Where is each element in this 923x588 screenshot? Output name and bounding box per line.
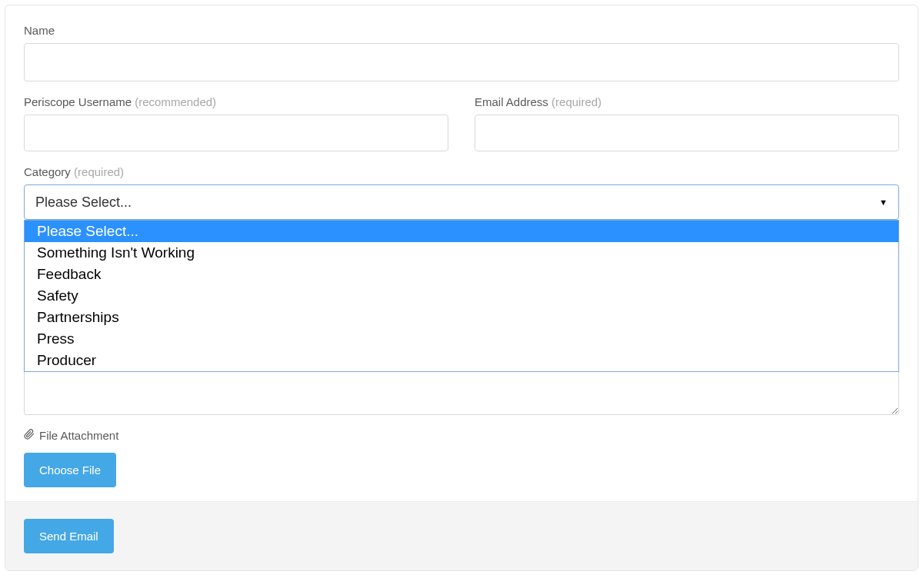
category-option-safety[interactable]: Safety (25, 285, 898, 307)
username-group: Periscope Username (recommended) (24, 95, 448, 151)
category-option-press[interactable]: Press (25, 328, 898, 350)
username-hint: (recommended) (135, 95, 216, 108)
username-label: Periscope Username (recommended) (24, 95, 448, 108)
choose-file-button[interactable]: Choose File (24, 453, 116, 487)
category-option-please-select[interactable]: Please Select... (25, 221, 898, 242)
email-label-text: Email Address (475, 95, 551, 108)
category-label-text: Category (24, 165, 74, 178)
panel-footer: Send Email (5, 501, 918, 570)
category-hint: (required) (74, 165, 124, 178)
category-select[interactable]: Please Select... ▼ (24, 184, 899, 220)
name-label: Name (24, 24, 899, 37)
chevron-down-icon: ▼ (879, 198, 888, 207)
paperclip-icon (24, 429, 35, 442)
category-option-not-working[interactable]: Something Isn't Working (25, 242, 898, 264)
panel-body: Name Periscope Username (recommended) Em… (5, 5, 918, 487)
category-option-partnerships[interactable]: Partnerships (25, 307, 898, 328)
category-options-list: Please Select... Something Isn't Working… (24, 220, 899, 372)
two-col-row: Periscope Username (recommended) Email A… (24, 95, 899, 165)
name-group: Name (24, 24, 899, 81)
attachment-label: File Attachment (24, 429, 899, 442)
email-hint: (required) (551, 95, 601, 108)
username-input[interactable] (24, 115, 448, 151)
message-textarea[interactable] (24, 372, 899, 415)
name-input[interactable] (24, 43, 899, 81)
username-label-text: Periscope Username (24, 95, 135, 108)
name-label-text: Name (24, 24, 55, 37)
category-selected-text: Please Select... (35, 194, 132, 211)
attachment-label-text: File Attachment (39, 429, 118, 442)
form-panel: Name Periscope Username (recommended) Em… (5, 5, 918, 571)
category-select-wrap: Please Select... ▼ Please Select... Some… (24, 184, 899, 372)
category-label: Category (required) (24, 165, 899, 178)
email-input[interactable] (475, 115, 899, 151)
email-group: Email Address (required) (475, 95, 899, 151)
message-group (24, 372, 899, 415)
category-group: Category (required) Please Select... ▼ P… (24, 165, 899, 372)
send-email-button[interactable]: Send Email (24, 519, 114, 553)
email-label: Email Address (required) (475, 95, 899, 108)
category-option-producer[interactable]: Producer (25, 350, 898, 371)
category-option-feedback[interactable]: Feedback (25, 264, 898, 285)
attachment-group: File Attachment Choose File (24, 429, 899, 487)
